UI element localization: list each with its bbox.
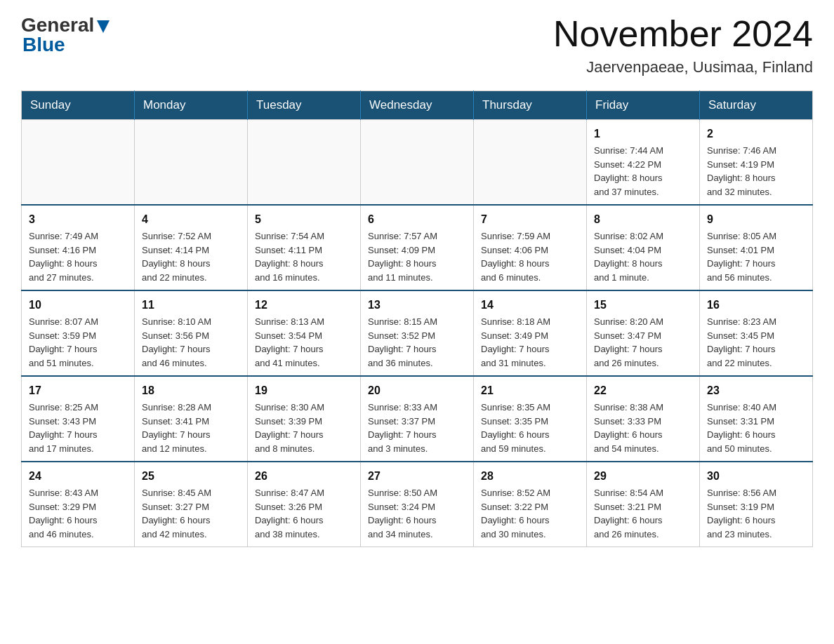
calendar-cell: 28Sunrise: 8:52 AM Sunset: 3:22 PM Dayli… (474, 462, 587, 547)
day-number: 21 (481, 382, 579, 399)
logo: General Blue (21, 14, 111, 56)
logo-arrow-icon (95, 19, 111, 34)
location-title: Jaervenpaeae, Uusimaa, Finland (553, 58, 813, 76)
weekday-header-tuesday: Tuesday (248, 91, 361, 120)
day-number: 4 (142, 211, 240, 228)
weekday-header-friday: Friday (587, 91, 700, 120)
day-number: 10 (29, 297, 127, 314)
day-info: Sunrise: 8:25 AM Sunset: 3:43 PM Dayligh… (29, 401, 127, 455)
calendar-cell: 10Sunrise: 8:07 AM Sunset: 3:59 PM Dayli… (22, 290, 135, 376)
calendar-cell: 26Sunrise: 8:47 AM Sunset: 3:26 PM Dayli… (248, 462, 361, 547)
day-info: Sunrise: 8:38 AM Sunset: 3:33 PM Dayligh… (594, 401, 692, 455)
calendar-cell: 18Sunrise: 8:28 AM Sunset: 3:41 PM Dayli… (135, 376, 248, 462)
day-number: 28 (481, 468, 579, 485)
day-number: 27 (368, 468, 466, 485)
day-info: Sunrise: 8:50 AM Sunset: 3:24 PM Dayligh… (368, 486, 466, 541)
calendar-cell: 8Sunrise: 8:02 AM Sunset: 4:04 PM Daylig… (587, 205, 700, 290)
day-info: Sunrise: 8:23 AM Sunset: 3:45 PM Dayligh… (707, 315, 805, 370)
day-info: Sunrise: 8:45 AM Sunset: 3:27 PM Dayligh… (142, 486, 240, 541)
day-number: 2 (707, 126, 805, 142)
calendar-cell: 4Sunrise: 7:52 AM Sunset: 4:14 PM Daylig… (135, 205, 248, 290)
calendar-cell: 13Sunrise: 8:15 AM Sunset: 3:52 PM Dayli… (361, 290, 474, 376)
calendar-cell: 14Sunrise: 8:18 AM Sunset: 3:49 PM Dayli… (474, 290, 587, 376)
day-info: Sunrise: 8:28 AM Sunset: 3:41 PM Dayligh… (142, 401, 240, 455)
day-number: 30 (707, 468, 805, 485)
day-number: 1 (594, 126, 692, 142)
calendar-cell (22, 120, 135, 206)
calendar-cell: 20Sunrise: 8:33 AM Sunset: 3:37 PM Dayli… (361, 376, 474, 462)
calendar-cell (135, 120, 248, 206)
day-number: 12 (255, 297, 353, 314)
page-header: General Blue November 2024 Jaervenpaeae,… (21, 14, 813, 76)
day-number: 25 (142, 468, 240, 485)
day-info: Sunrise: 8:05 AM Sunset: 4:01 PM Dayligh… (707, 229, 805, 284)
day-info: Sunrise: 7:49 AM Sunset: 4:16 PM Dayligh… (29, 229, 127, 284)
day-number: 3 (29, 211, 127, 228)
day-number: 19 (255, 382, 353, 399)
day-number: 26 (255, 468, 353, 485)
day-number: 23 (707, 382, 805, 399)
day-info: Sunrise: 7:54 AM Sunset: 4:11 PM Dayligh… (255, 229, 353, 284)
calendar-cell: 15Sunrise: 8:20 AM Sunset: 3:47 PM Dayli… (587, 290, 700, 376)
day-info: Sunrise: 8:40 AM Sunset: 3:31 PM Dayligh… (707, 401, 805, 455)
calendar-cell: 12Sunrise: 8:13 AM Sunset: 3:54 PM Dayli… (248, 290, 361, 376)
day-number: 18 (142, 382, 240, 399)
day-number: 5 (255, 211, 353, 228)
week-row-5: 24Sunrise: 8:43 AM Sunset: 3:29 PM Dayli… (22, 462, 813, 547)
calendar-cell: 11Sunrise: 8:10 AM Sunset: 3:56 PM Dayli… (135, 290, 248, 376)
week-row-2: 3Sunrise: 7:49 AM Sunset: 4:16 PM Daylig… (22, 205, 813, 290)
calendar-cell: 17Sunrise: 8:25 AM Sunset: 3:43 PM Dayli… (22, 376, 135, 462)
day-info: Sunrise: 8:10 AM Sunset: 3:56 PM Dayligh… (142, 315, 240, 370)
calendar-cell: 21Sunrise: 8:35 AM Sunset: 3:35 PM Dayli… (474, 376, 587, 462)
calendar-cell: 30Sunrise: 8:56 AM Sunset: 3:19 PM Dayli… (700, 462, 813, 547)
title-area: November 2024 Jaervenpaeae, Uusimaa, Fin… (553, 14, 813, 76)
day-number: 7 (481, 211, 579, 228)
day-info: Sunrise: 8:47 AM Sunset: 3:26 PM Dayligh… (255, 486, 353, 541)
calendar-cell (474, 120, 587, 206)
calendar-cell: 7Sunrise: 7:59 AM Sunset: 4:06 PM Daylig… (474, 205, 587, 290)
calendar-cell: 3Sunrise: 7:49 AM Sunset: 4:16 PM Daylig… (22, 205, 135, 290)
weekday-header-monday: Monday (135, 91, 248, 120)
calendar-cell: 16Sunrise: 8:23 AM Sunset: 3:45 PM Dayli… (700, 290, 813, 376)
day-number: 20 (368, 382, 466, 399)
day-info: Sunrise: 8:52 AM Sunset: 3:22 PM Dayligh… (481, 486, 579, 541)
calendar-cell: 22Sunrise: 8:38 AM Sunset: 3:33 PM Dayli… (587, 376, 700, 462)
week-row-3: 10Sunrise: 8:07 AM Sunset: 3:59 PM Dayli… (22, 290, 813, 376)
calendar-cell: 24Sunrise: 8:43 AM Sunset: 3:29 PM Dayli… (22, 462, 135, 547)
week-row-4: 17Sunrise: 8:25 AM Sunset: 3:43 PM Dayli… (22, 376, 813, 462)
day-info: Sunrise: 8:07 AM Sunset: 3:59 PM Dayligh… (29, 315, 127, 370)
day-number: 9 (707, 211, 805, 228)
day-info: Sunrise: 8:18 AM Sunset: 3:49 PM Dayligh… (481, 315, 579, 370)
calendar-cell: 9Sunrise: 8:05 AM Sunset: 4:01 PM Daylig… (700, 205, 813, 290)
day-info: Sunrise: 8:15 AM Sunset: 3:52 PM Dayligh… (368, 315, 466, 370)
calendar-cell: 5Sunrise: 7:54 AM Sunset: 4:11 PM Daylig… (248, 205, 361, 290)
day-number: 17 (29, 382, 127, 399)
calendar-cell: 27Sunrise: 8:50 AM Sunset: 3:24 PM Dayli… (361, 462, 474, 547)
month-title: November 2024 (553, 14, 813, 54)
weekday-header-thursday: Thursday (474, 91, 587, 120)
day-number: 13 (368, 297, 466, 314)
day-info: Sunrise: 7:57 AM Sunset: 4:09 PM Dayligh… (368, 229, 466, 284)
calendar-cell: 25Sunrise: 8:45 AM Sunset: 3:27 PM Dayli… (135, 462, 248, 547)
day-info: Sunrise: 8:33 AM Sunset: 3:37 PM Dayligh… (368, 401, 466, 455)
logo-blue: Blue (22, 34, 65, 56)
calendar-table: SundayMondayTuesdayWednesdayThursdayFrid… (21, 90, 813, 547)
week-row-1: 1Sunrise: 7:44 AM Sunset: 4:22 PM Daylig… (22, 120, 813, 206)
day-info: Sunrise: 8:30 AM Sunset: 3:39 PM Dayligh… (255, 401, 353, 455)
weekday-header-wednesday: Wednesday (361, 91, 474, 120)
weekday-header-row: SundayMondayTuesdayWednesdayThursdayFrid… (22, 91, 813, 120)
calendar-cell (248, 120, 361, 206)
day-number: 15 (594, 297, 692, 314)
day-info: Sunrise: 8:56 AM Sunset: 3:19 PM Dayligh… (707, 486, 805, 541)
day-info: Sunrise: 8:43 AM Sunset: 3:29 PM Dayligh… (29, 486, 127, 541)
day-number: 22 (594, 382, 692, 399)
day-info: Sunrise: 8:13 AM Sunset: 3:54 PM Dayligh… (255, 315, 353, 370)
day-number: 29 (594, 468, 692, 485)
day-info: Sunrise: 8:02 AM Sunset: 4:04 PM Dayligh… (594, 229, 692, 284)
day-info: Sunrise: 7:52 AM Sunset: 4:14 PM Dayligh… (142, 229, 240, 284)
day-info: Sunrise: 8:54 AM Sunset: 3:21 PM Dayligh… (594, 486, 692, 541)
calendar-cell (361, 120, 474, 206)
weekday-header-sunday: Sunday (22, 91, 135, 120)
day-number: 6 (368, 211, 466, 228)
calendar-cell: 19Sunrise: 8:30 AM Sunset: 3:39 PM Dayli… (248, 376, 361, 462)
